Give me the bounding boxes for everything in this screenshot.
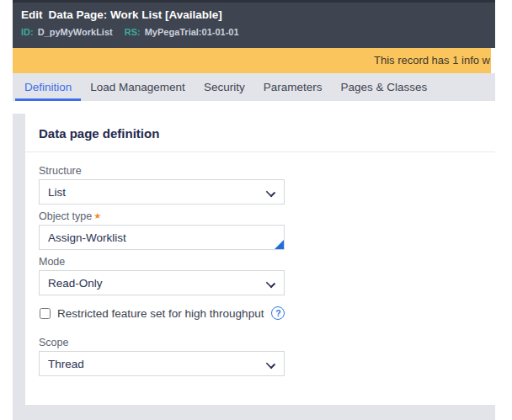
chevron-down-icon <box>267 279 274 286</box>
section-title: Data page definition <box>39 126 482 141</box>
structure-select[interactable]: List <box>39 179 285 205</box>
page-title-action: Edit <box>21 8 43 21</box>
section-header: Data page definition <box>25 114 495 152</box>
page-title-text: Data Page: Work List [Available] <box>49 8 222 21</box>
id-label: ID: <box>21 27 34 37</box>
info-warning-banner[interactable]: This record has 1 info w <box>13 48 491 73</box>
structure-label: Structure <box>39 165 482 177</box>
structure-field: Structure List <box>39 165 482 205</box>
page-title: EditData Page: Work List [Available] <box>21 7 487 24</box>
chevron-down-icon <box>267 360 274 367</box>
help-icon[interactable]: ? <box>271 306 285 320</box>
object-type-field: Object type★ Assign-Worklist <box>39 210 482 250</box>
object-type-label: Object type★ <box>39 210 482 222</box>
tab-security[interactable]: Security <box>195 76 254 101</box>
scope-value: Thread <box>48 358 84 370</box>
section-body: Structure List Object type★ Assign-Workl… <box>25 152 495 376</box>
tab-parameters[interactable]: Parameters <box>254 76 332 101</box>
autocomplete-corner-icon <box>275 240 284 249</box>
data-page-definition-card: Data page definition Structure List Obje… <box>25 114 495 405</box>
tab-load-management[interactable]: Load Management <box>81 76 195 101</box>
restricted-feature-checkbox[interactable] <box>40 308 51 319</box>
id-value: D_pyMyWorkList <box>38 27 113 37</box>
restricted-feature-row: Restricted feature set for high throughp… <box>39 306 482 320</box>
rule-edit-panel: EditData Page: Work List [Available] ID:… <box>13 0 495 411</box>
mode-label: Mode <box>39 256 482 268</box>
tab-pages-classes[interactable]: Pages & Classes <box>331 76 436 101</box>
rs-value: MyPegaTrial:01-01-01 <box>145 27 239 37</box>
mode-field: Mode Read-Only <box>39 256 482 295</box>
tab-content-area: Data page definition Structure List Obje… <box>13 114 495 420</box>
restricted-feature-label: Restricted feature set for high throughp… <box>57 307 264 320</box>
scope-field: Scope Thread <box>39 337 482 376</box>
tab-strip: Definition Load Management Security Para… <box>13 73 495 101</box>
rule-header: EditData Page: Work List [Available] ID:… <box>13 0 495 48</box>
scope-label: Scope <box>39 337 482 348</box>
required-icon: ★ <box>93 211 101 221</box>
chevron-down-icon <box>267 189 274 195</box>
info-warning-message: This record has 1 info w <box>374 54 490 66</box>
rule-identifiers: ID:D_pyMyWorkListRS:MyPegaTrial:01-01-01 <box>21 25 487 39</box>
mode-select[interactable]: Read-Only <box>39 270 285 295</box>
rs-label: RS: <box>125 27 141 37</box>
mode-value: Read-Only <box>48 277 103 290</box>
structure-value: List <box>48 186 66 199</box>
tab-definition[interactable]: Definition <box>15 76 81 101</box>
scope-select[interactable]: Thread <box>39 351 285 376</box>
object-type-value: Assign-Worklist <box>48 231 126 244</box>
object-type-input[interactable]: Assign-Worklist <box>39 225 285 250</box>
